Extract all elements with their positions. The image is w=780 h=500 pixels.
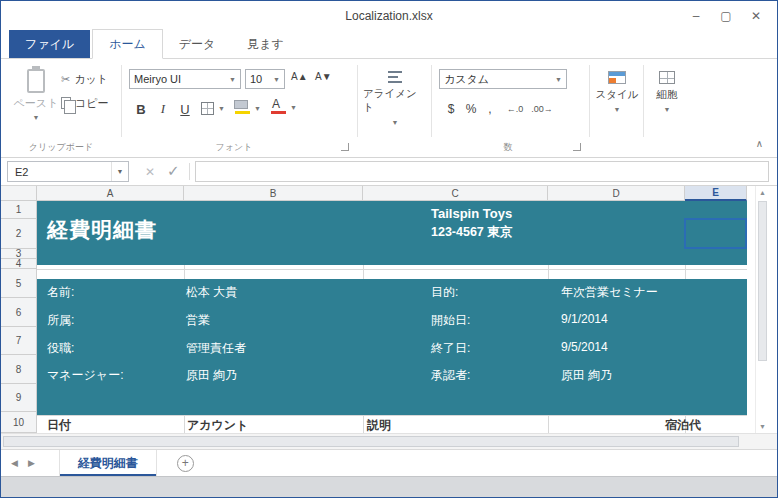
paste-icon [27,69,45,93]
group-separator [357,65,358,137]
font-name-combo[interactable]: Meiryo UI ▼ [129,69,241,89]
gridline [363,415,364,433]
number-group-label: 数 [433,141,583,154]
window-title: Localization.xlsx [1,9,777,23]
collapse-ribbon-button[interactable]: ∧ [756,138,763,149]
select-all-corner[interactable] [1,186,37,201]
alignment-button[interactable]: アライメント ▼ [363,71,427,126]
decrease-decimal-button[interactable]: .00→ [529,99,555,119]
title-bar: Localization.xlsx – ▢ ✕ [1,1,777,31]
shrink-font-button[interactable]: A▼ [315,71,332,82]
cells-icon [659,71,675,84]
selected-cell-e2[interactable] [684,218,747,249]
scroll-up-icon[interactable]: ▲ [756,189,769,196]
styles-button[interactable]: スタイル ▼ [595,71,639,113]
info-value: 管理責任者 [186,340,246,357]
chevron-down-icon: ▼ [33,114,40,121]
grow-font-button[interactable]: A▲ [291,71,308,82]
info-value: 原田 絢乃 [561,367,612,384]
comma-format-button[interactable]: , [483,99,497,119]
column-header-b[interactable]: B [184,186,363,201]
horizontal-scrollbar[interactable] [1,433,747,449]
info-value: 松本 大貴 [186,284,237,301]
underline-button[interactable]: U [175,99,195,119]
tab-home[interactable]: ホーム [92,29,163,59]
row-header-10[interactable]: 10 [1,412,37,433]
row-header-2[interactable]: 2 [1,219,37,249]
scroll-down-icon[interactable]: ▼ [756,423,769,430]
copy-button[interactable]: コピー [61,93,109,113]
currency-format-button[interactable]: $ [443,99,459,119]
font-group-label: フォント [129,141,339,154]
font-color-icon: A [269,98,286,116]
tab-data[interactable]: データ [163,30,232,58]
borders-button[interactable]: ▼ [201,102,225,115]
number-format-combo[interactable]: カスタム ▼ [439,69,567,89]
info-label: 役職: [47,340,74,357]
row-header-4[interactable]: 4 [1,259,37,269]
maximize-button[interactable]: ▢ [711,5,741,27]
cell-styles-icon [608,71,626,84]
copy-icon [61,97,71,109]
tab-file[interactable]: ファイル [9,30,90,58]
vertical-scrollbar[interactable]: ▲ ▼ [755,186,769,433]
row-header-5[interactable]: 5 [1,269,37,298]
row-header-7[interactable]: 7 [1,327,37,355]
column-header-e[interactable]: E [685,186,747,201]
vertical-scroll-thumb[interactable] [758,201,767,361]
info-row: 所属: 営業 開始日: 9/1/2014 [37,310,747,330]
column-header-a[interactable]: A [37,186,184,201]
formula-bar-divider [189,163,190,180]
increase-decimal-button[interactable]: ←.0 [503,99,527,119]
italic-button[interactable]: I [153,99,173,119]
tab-view[interactable]: 見ます [231,30,300,58]
row-header-9[interactable]: 9 [1,384,37,412]
close-button[interactable]: ✕ [741,5,771,27]
table-header-description: 説明 [367,417,391,433]
row-header-8[interactable]: 8 [1,355,37,384]
status-bar [1,476,777,497]
paste-button[interactable]: ペースト ▼ [13,67,59,131]
spreadsheet-grid[interactable]: A B C D E 1 2 3 4 5 6 7 8 9 10 経費明細書 Tai… [1,186,747,433]
chevron-down-icon: ▼ [218,105,225,112]
report-title: 経費明細書 [47,216,157,244]
column-header-d[interactable]: D [548,186,685,201]
name-box[interactable]: E2 ▼ [7,161,129,182]
font-size-combo[interactable]: 10 ▼ [245,69,285,89]
chevron-down-icon[interactable]: ▼ [112,168,128,175]
table-header-lodging: 宿泊代 [561,417,701,433]
scrollbar-corner [747,433,777,449]
cells-button[interactable]: 細胞 ▼ [649,71,685,113]
fill-color-button[interactable]: ▼ [233,100,261,116]
company-address: 123-4567 東京 [431,224,512,241]
confirm-entry-icon[interactable]: ✓ [167,162,180,180]
bold-button[interactable]: B [131,99,151,119]
font-dialog-launcher[interactable] [341,143,349,151]
column-header-c[interactable]: C [363,186,548,201]
row-header-1[interactable]: 1 [1,201,37,219]
info-value: 原田 絢乃 [186,367,237,384]
next-sheet-icon[interactable]: ▶ [28,458,45,468]
chevron-down-icon: ▼ [254,105,261,112]
number-dialog-launcher[interactable] [573,143,581,151]
gridline [685,265,686,279]
add-sheet-button[interactable]: + [177,455,194,472]
row-header-6[interactable]: 6 [1,298,37,327]
excel-window: Localization.xlsx – ▢ ✕ ファイル ホーム データ 見ます… [0,0,778,498]
formula-input[interactable] [195,161,769,182]
cut-icon: ✂ [61,73,70,86]
borders-icon [201,102,214,115]
info-label: 承認者: [431,367,470,384]
company-name: Tailspin Toys [431,206,512,221]
table-header-date: 日付 [47,417,71,433]
info-row: 役職: 管理責任者 終了日: 9/5/2014 [37,338,747,358]
horizontal-scroll-thumb[interactable] [3,436,739,447]
previous-sheet-icon[interactable]: ◀ [1,458,28,468]
cut-button[interactable]: ✂ カット [61,69,108,89]
minimize-button[interactable]: – [681,5,711,27]
font-color-button[interactable]: A ▼ [269,98,297,116]
percent-format-button[interactable]: % [463,99,479,119]
sheet-tab-active[interactable]: 経費明細書 [59,450,157,476]
gridline [548,265,549,279]
cancel-entry-icon[interactable]: ✕ [145,165,155,179]
